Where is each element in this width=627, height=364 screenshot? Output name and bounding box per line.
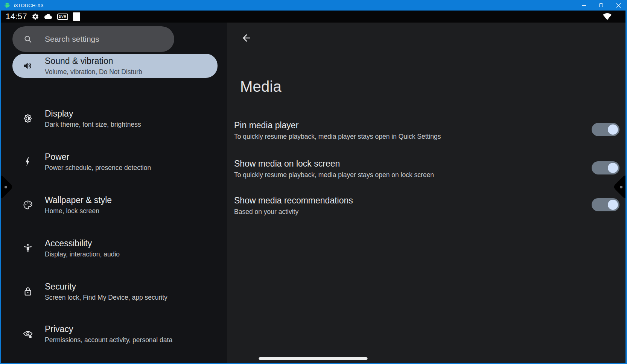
dvr-badge: DVR xyxy=(57,14,68,20)
sidebar-item-security[interactable]: Security Screen lock, Find My Device, ap… xyxy=(12,279,218,303)
screen-record-square-icon xyxy=(73,12,80,21)
minimize-button[interactable] xyxy=(575,0,592,11)
toggle-knob xyxy=(608,124,618,135)
window-title: i3TOUCH-X3 xyxy=(14,3,43,8)
search-icon xyxy=(23,35,32,44)
page-title: Media xyxy=(240,78,282,95)
pin-media-player-toggle[interactable] xyxy=(592,123,619,136)
volume-up-icon xyxy=(23,61,33,71)
sidebar-item-label: Accessibility xyxy=(45,238,120,249)
sidebar-item-privacy[interactable]: Privacy Permissions, account activity, p… xyxy=(12,322,218,346)
sidebar-item-description: Display, interaction, audio xyxy=(45,250,120,259)
eye-lock-icon xyxy=(23,329,33,339)
toggle-knob xyxy=(608,163,618,173)
status-notification-icons: DVR xyxy=(32,12,80,21)
sidebar-item-label: Privacy xyxy=(45,324,172,335)
maximize-button[interactable] xyxy=(592,0,610,11)
window-controls xyxy=(575,0,627,11)
back-button[interactable] xyxy=(241,32,252,44)
back-arrow-icon xyxy=(241,32,252,44)
show-media-recommendations-toggle[interactable] xyxy=(592,198,619,211)
sidebar-item-description: Power schedule, presence detection xyxy=(45,164,151,172)
maximize-icon xyxy=(599,3,603,7)
setting-description: Based on your activity xyxy=(234,207,620,216)
android-screen: 14:57 DVR xyxy=(1,11,625,363)
accessibility-person-icon xyxy=(23,243,33,253)
right-edge-handle-dot xyxy=(620,186,622,188)
sidebar-item-accessibility[interactable]: Accessibility Display, interaction, audi… xyxy=(12,236,218,260)
setting-row-show-media-recommendations[interactable]: Show media recommendations Based on your… xyxy=(234,195,620,221)
cloud-icon xyxy=(44,13,52,20)
search-input[interactable] xyxy=(45,26,167,52)
wifi-status xyxy=(603,12,612,21)
sidebar-item-description: Home, lock screen xyxy=(45,207,112,215)
palette-icon xyxy=(23,200,33,210)
setting-label: Show media on lock screen xyxy=(234,158,620,169)
sidebar-item-label: Security xyxy=(45,281,167,292)
gesture-navigation-bar[interactable] xyxy=(259,357,368,360)
lightning-bolt-icon xyxy=(23,156,33,167)
sidebar-item-label: Display xyxy=(45,108,141,119)
media-settings-pane: Media Pin media player To quickly resume… xyxy=(227,23,625,363)
settings-sidebar: Sound & vibration Volume, vibration, Do … xyxy=(1,23,227,363)
status-bar: 14:57 DVR xyxy=(1,11,625,23)
toggle-knob xyxy=(608,200,618,210)
setting-description: To quickly resume playback, media player… xyxy=(234,170,620,179)
status-clock: 14:57 xyxy=(6,12,27,21)
setting-row-show-media-lock-screen[interactable]: Show media on lock screen To quickly res… xyxy=(234,158,620,184)
show-media-lock-screen-toggle[interactable] xyxy=(592,161,619,174)
sidebar-item-description: Permissions, account activity, personal … xyxy=(45,336,172,344)
android-robot-icon xyxy=(4,2,11,9)
sidebar-item-wallpaper-style[interactable]: Wallpaper & style Home, lock screen xyxy=(12,193,218,217)
sidebar-item-description: Screen lock, Find My Device, app securit… xyxy=(45,293,167,302)
close-icon xyxy=(616,3,621,8)
sidebar-item-label: Power xyxy=(45,152,151,162)
window-titlebar: i3TOUCH-X3 xyxy=(0,0,627,11)
app-window: { "window": { "title": "i3TOUCH-X3", "co… xyxy=(0,0,627,364)
setting-label: Show media recommendations xyxy=(234,195,620,206)
sidebar-item-power[interactable]: Power Power schedule, presence detection xyxy=(12,150,218,174)
setting-label: Pin media player xyxy=(234,120,620,131)
search-settings-bar[interactable] xyxy=(12,26,174,52)
minimize-icon xyxy=(582,5,586,6)
wifi-icon xyxy=(603,12,612,21)
padlock-icon xyxy=(23,286,33,297)
sidebar-item-sound-vibration[interactable]: Sound & vibration Volume, vibration, Do … xyxy=(12,54,218,78)
close-button[interactable] xyxy=(610,0,627,11)
sidebar-item-description: Dark theme, font size, brightness xyxy=(45,120,141,129)
sidebar-item-label: Wallpaper & style xyxy=(45,195,112,206)
settings-gear-icon xyxy=(32,13,39,20)
sidebar-item-display[interactable]: Display Dark theme, font size, brightnes… xyxy=(12,106,218,130)
sidebar-item-label: Sound & vibration xyxy=(45,56,142,67)
left-edge-handle-dot xyxy=(5,186,7,188)
sidebar-item-description: Volume, vibration, Do Not Disturb xyxy=(45,68,142,76)
brightness-icon xyxy=(23,113,33,124)
setting-description: To quickly resume playback, media player… xyxy=(234,132,620,141)
setting-row-pin-media-player[interactable]: Pin media player To quickly resume playb… xyxy=(234,120,620,146)
